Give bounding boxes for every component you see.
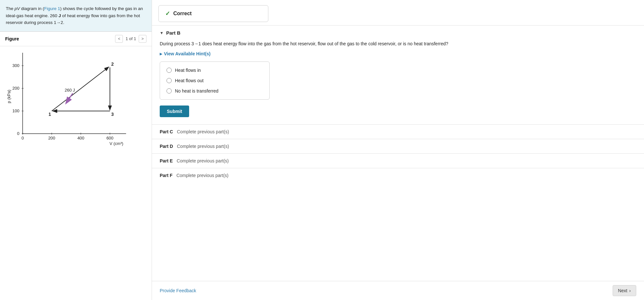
submit-button[interactable]: Submit — [160, 106, 189, 117]
radio-heat-flows-in[interactable] — [166, 68, 172, 73]
part-b-question: During process 3→1 does heat energy flow… — [160, 40, 477, 47]
radio-no-heat[interactable] — [166, 88, 172, 94]
part-f-row: Part F Complete previous part(s) — [152, 168, 644, 183]
correct-banner: ✓ Correct — [158, 5, 268, 22]
figure-prev-button[interactable]: < — [115, 35, 123, 43]
radio-option-heat-flows-out[interactable]: Heat flows out — [165, 75, 264, 86]
svg-text:400: 400 — [77, 136, 84, 140]
radio-option-no-heat[interactable]: No heat is transferred — [165, 86, 264, 96]
figure-title: Figure — [5, 36, 19, 41]
next-arrow-icon: › — [629, 288, 631, 293]
svg-text:1: 1 — [48, 112, 51, 117]
part-b-collapse-icon[interactable]: ▼ — [160, 31, 164, 35]
correct-label: Correct — [173, 11, 192, 17]
svg-line-20 — [52, 67, 108, 111]
svg-line-27 — [66, 93, 73, 103]
figure-header: Figure < 1 of 1 > — [0, 32, 152, 46]
svg-text:3: 3 — [111, 112, 114, 117]
svg-text:V (cm³): V (cm³) — [110, 141, 123, 146]
svg-text:600: 600 — [106, 136, 113, 140]
radio-option-heat-flows-in[interactable]: Heat flows in — [165, 65, 264, 75]
radio-heat-flows-in-label: Heat flows in — [175, 68, 201, 73]
svg-text:2: 2 — [111, 61, 114, 67]
figure-next-button[interactable]: > — [139, 35, 146, 43]
view-hints-button[interactable]: View Available Hint(s) — [160, 51, 636, 56]
part-b-title: Part B — [166, 30, 180, 36]
figure-section: Figure < 1 of 1 > 0 100 200 300 — [0, 32, 152, 300]
figure-link[interactable]: Figure 1 — [44, 6, 60, 11]
provide-feedback-link[interactable]: Provide Feedback — [160, 288, 196, 293]
bottom-bar: Provide Feedback Next › — [152, 281, 644, 300]
part-f-title: Part F — [160, 173, 173, 178]
figure-canvas: 0 100 200 300 0 200 400 600 p (kPa) — [0, 46, 152, 300]
svg-text:p (kPa): p (kPa) — [6, 90, 11, 103]
svg-text:100: 100 — [12, 108, 19, 113]
svg-text:200: 200 — [48, 136, 55, 140]
svg-text:200: 200 — [12, 86, 19, 91]
part-e-title: Part E — [160, 158, 173, 163]
part-d-status: Complete previous part(s) — [177, 144, 229, 149]
radio-heat-flows-out[interactable] — [166, 78, 172, 83]
correct-checkmark-icon: ✓ — [165, 10, 170, 17]
radio-options-box: Heat flows in Heat flows out No heat is … — [160, 61, 270, 100]
part-e-status: Complete previous part(s) — [177, 158, 229, 163]
part-c-row: Part C Complete previous part(s) — [152, 124, 644, 139]
part-b-section: ▼ Part B During process 3→1 does heat en… — [152, 25, 644, 124]
radio-no-heat-label: No heat is transferred — [175, 88, 219, 94]
part-e-row: Part E Complete previous part(s) — [152, 153, 644, 168]
svg-text:300: 300 — [12, 63, 19, 68]
problem-text: The pV diagram in (Figure 1) shows the c… — [0, 0, 152, 32]
svg-text:0: 0 — [21, 136, 24, 140]
part-c-title: Part C — [160, 129, 173, 134]
svg-text:260 J: 260 J — [65, 88, 75, 93]
part-d-row: Part D Complete previous part(s) — [152, 139, 644, 153]
part-b-header: ▼ Part B — [160, 30, 636, 36]
figure-counter: 1 of 1 — [125, 36, 136, 41]
part-d-title: Part D — [160, 144, 173, 149]
radio-heat-flows-out-label: Heat flows out — [175, 78, 204, 83]
next-button[interactable]: Next › — [613, 285, 636, 296]
pv-diagram: 0 100 200 300 0 200 400 600 p (kPa) — [3, 50, 133, 153]
figure-nav: < 1 of 1 > — [115, 35, 146, 43]
part-f-status: Complete previous part(s) — [177, 173, 229, 178]
right-panel: ✓ Correct ▼ Part B During process 3→1 do… — [152, 0, 644, 300]
part-c-status: Complete previous part(s) — [177, 129, 229, 134]
svg-text:0: 0 — [17, 131, 19, 136]
left-panel: The pV diagram in (Figure 1) shows the c… — [0, 0, 152, 300]
